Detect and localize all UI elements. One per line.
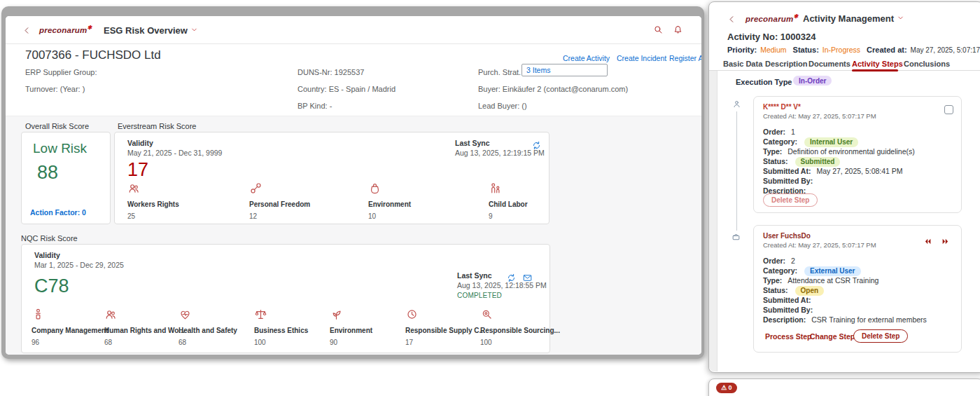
activity-number: Activity No: 1000324 [727,32,816,42]
search-icon[interactable] [653,25,664,38]
register-audit-score-button[interactable]: Register Audit Score [669,54,701,62]
app-title-menu[interactable]: Activity Management [803,13,904,24]
overall-risk-label: Low Risk [33,141,87,156]
error-count-badge[interactable]: ⚠ 0 [716,383,737,393]
responsible-supply-chain-icon [405,308,475,324]
tabs-divider [709,70,980,71]
priority-value: Medium [760,46,786,54]
tab-description[interactable]: Description [765,60,808,68]
everstream-refresh-icon[interactable] [531,140,542,153]
everstream-category: Environment 10 [368,182,473,220]
environment-icon [368,182,473,198]
side-strip [709,71,718,371]
nqc-category: Environment 90 [330,308,400,346]
tab-basic-data[interactable]: Basic Data [723,60,762,68]
create-activity-button[interactable]: Create Activity [563,54,610,62]
tab-conclusions[interactable]: Conclusions [904,60,950,68]
timeline-connector [736,111,737,231]
back-icon[interactable] [22,25,31,38]
bp-kind-field: BP Kind: - [298,102,332,110]
human-rights-icon [104,308,174,324]
create-incident-button[interactable]: Create Incident [617,54,666,62]
buyer-field: Buyer: Einkäufer 2 (contact@conarum.com) [478,85,628,93]
activity-step-card: K**** D** V* Created At: May 27, 2025, 5… [753,96,962,213]
move-step-up-icon[interactable] [924,235,932,248]
everstream-validity-value: May 21, 2025 - Dec 31, 9999 [127,149,222,157]
delete-step-button[interactable]: Delete Step [763,193,818,207]
nqc-last-sync-value: Aug 13, 2025, 12:18:55 PM [457,281,547,289]
everstream-risk-card: Validity May 21, 2025 - Dec 31, 9999 Las… [114,132,550,224]
logo-star-icon: ✱ [87,25,92,31]
nqc-sync-status: COMPLETED [457,292,502,299]
app-title-menu[interactable]: ESG Risk Overview [104,25,198,36]
step-created-at: Created At: May 27, 2025, 5:07:17 PM [763,241,876,249]
nqc-category: Responsible Sourcing... 100 [480,308,547,346]
nqc-last-sync-label: Last Sync [457,271,492,280]
personal-freedom-icon [249,182,354,198]
back-icon[interactable] [727,14,736,27]
delete-step-button[interactable]: Delete Step [853,329,908,343]
erp-supplier-group-field: ERP Supplier Group: [25,68,97,76]
business-ethics-icon [254,308,324,324]
tab-activity-steps[interactable]: Activity Steps [852,60,903,68]
nqc-mail-icon[interactable] [522,273,533,286]
person-step-icon [732,99,741,111]
esg-risk-window: preconarum✱ ESG Risk Overview 7007366 - … [6,16,701,355]
country-field: Country: ES - Spain / Madrid [298,85,396,93]
logo-star-icon: ✱ [793,13,798,20]
created-at-value: May 27, 2025, 5:07:17 PM [911,46,980,54]
step-description-value: CSR Training for external members [811,315,927,324]
briefcase-step-icon [732,232,741,245]
nqc-category: Human Rights and Wo... 68 [104,308,174,346]
responsible-sourcing-icon [480,308,547,324]
health-safety-icon [178,308,248,324]
nqc-validity-label: Validity [34,251,60,259]
execution-type-badge: In-Order [793,76,832,86]
step-submitted-at-value: May 27, 2025, 5:08:41 PM [816,167,902,175]
status-label: Status: [793,46,819,54]
nqc-validity-value: Mar 1, 2025 - Dec 29, 2025 [34,261,124,269]
overall-risk-score: 88 [37,162,58,184]
everstream-category: Personal Freedom 12 [249,182,354,220]
priority-label: Priority: [727,46,757,54]
nqc-refresh-icon[interactable] [506,273,517,286]
company-management-icon [31,308,102,324]
notifications-bell-icon[interactable] [673,25,683,38]
nqc-risk-card: Validity Mar 1, 2025 - Dec 29, 2025 C78 … [21,244,550,353]
everstream-last-sync-label: Last Sync [455,139,490,147]
nqc-score: C78 [34,275,69,297]
everstream-section-title: Everstream Risk Score [118,122,196,130]
duns-field: DUNS-Nr: 1925537 [298,68,364,76]
tab-documents[interactable]: Documents [808,60,850,68]
move-step-down-icon[interactable] [941,235,949,248]
warning-icon: ⚠ [721,384,727,391]
activity-meta-row: Priority: Medium Status: In-Progress Cre… [727,46,980,54]
environment-icon [330,308,400,324]
everstream-score: 17 [127,159,148,181]
activity-management-window: preconarum✱ Activity Management Activity… [708,1,980,373]
esg-risk-window-frame: preconarum✱ ESG Risk Overview 7007366 - … [1,6,704,359]
overall-risk-section-title: Overall Risk Score [25,122,89,130]
step-assignee-name: User FuchsDo [763,232,811,240]
workers-rights-icon [127,182,232,198]
process-step-button[interactable]: Process Step [765,332,812,341]
step-checkbox[interactable] [944,105,953,114]
left-shell-bar: preconarum✱ ESG Risk Overview [6,16,701,44]
risk-content-area: Overall Risk Score Low Risk 88 Action Fa… [6,116,701,355]
purch-strat-group-input[interactable]: 3 Items [522,64,608,76]
child-labor-icon [489,182,594,198]
step-order-value: 2 [791,257,795,265]
everstream-category: Child Labor 9 [489,182,594,220]
overall-risk-card: Low Risk 88 Action Factor: 0 [21,132,111,224]
nqc-category: Business Ethics 100 [254,308,324,346]
everstream-category: Workers Rights 25 [127,182,232,220]
everstream-validity-label: Validity [127,139,153,147]
step-type-value: Definition of environmental guideline(s) [788,147,915,156]
brand-logo: preconarum✱ [746,13,798,23]
nqc-category: Company Management 96 [31,308,102,346]
action-factor-link[interactable]: Action Factor: 0 [30,208,86,217]
supplier-title: 7007366 - FUCHSDO Ltd [25,48,161,62]
change-step-button[interactable]: Change Step [810,332,855,341]
created-at-label: Created at: [867,46,906,54]
chevron-down-icon [897,13,904,24]
